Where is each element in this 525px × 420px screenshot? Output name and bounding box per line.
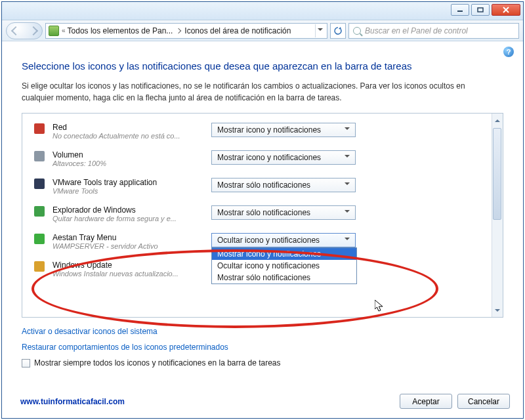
control-panel-icon bbox=[49, 26, 59, 36]
settings-row: Explorador de WindowsQuitar hardware de … bbox=[32, 205, 496, 222]
icon-settings-panel: RedNo conectado Actualmente no está co..… bbox=[22, 113, 503, 318]
app-subtitle: VMware Tools bbox=[52, 187, 210, 195]
nav-back-forward[interactable] bbox=[6, 22, 43, 39]
breadcrumb-current: Iconos del área de notificación bbox=[184, 26, 291, 35]
settings-row: Aestan Tray MenuWAMPSERVER - servidor Ac… bbox=[32, 233, 496, 250]
breadcrumb-dropdown[interactable] bbox=[315, 24, 324, 37]
link-restore-defaults[interactable]: Restaurar comportamientos de los iconos … bbox=[22, 343, 503, 352]
behavior-combobox[interactable]: Mostrar icono y notificaciones bbox=[211, 123, 356, 137]
settings-row: VMware Tools tray applicationVMware Tool… bbox=[32, 178, 496, 195]
address-bar: « Todos los elementos de Pan... Iconos d… bbox=[2, 20, 523, 41]
combobox-value: Mostrar icono y notificaciones bbox=[217, 153, 321, 162]
search-icon bbox=[353, 27, 361, 35]
combobox-value: Ocultar icono y notificaciones bbox=[217, 236, 320, 245]
app-title: Windows Update bbox=[52, 261, 211, 270]
show-all-checkbox-row: Mostrar siempre todos los iconos y notif… bbox=[22, 358, 503, 368]
close-button[interactable] bbox=[492, 4, 520, 16]
combobox-option[interactable]: Ocultar icono y notificaciones bbox=[212, 260, 356, 272]
show-all-checkbox[interactable] bbox=[22, 359, 30, 368]
combobox-option[interactable]: Mostrar sólo notificaciones bbox=[212, 272, 356, 284]
combobox-dropdown: Mostrar icono y notificacionesOcultar ic… bbox=[211, 247, 357, 284]
link-system-icons[interactable]: Activar o desactivar iconos del sistema bbox=[22, 327, 503, 336]
back-icon bbox=[10, 26, 20, 35]
app-subtitle: Windows Instalar nuevas actualizacio... bbox=[52, 270, 210, 278]
accept-button[interactable]: Aceptar bbox=[400, 394, 452, 409]
behavior-combobox[interactable]: Mostrar sólo notificaciones bbox=[211, 178, 356, 192]
behavior-combobox[interactable]: Mostrar sólo notificaciones bbox=[211, 205, 356, 220]
combobox-option[interactable]: Mostrar icono y notificaciones bbox=[212, 248, 356, 260]
scroll-down-button[interactable] bbox=[492, 306, 503, 317]
maximize-button[interactable] bbox=[471, 4, 490, 16]
app-title: Aestan Tray Menu bbox=[52, 233, 211, 242]
combobox-value: Mostrar sólo notificaciones bbox=[217, 208, 310, 217]
app-icon bbox=[34, 234, 45, 244]
forward-icon bbox=[28, 26, 37, 35]
minimize-button[interactable] bbox=[451, 4, 469, 16]
combobox-value: Mostrar icono y notificaciones bbox=[217, 125, 321, 135]
settings-row: RedNo conectado Actualmente no está co..… bbox=[32, 123, 496, 140]
window-frame: « Todos los elementos de Pan... Iconos d… bbox=[1, 1, 524, 419]
app-title: Red bbox=[52, 123, 211, 132]
app-title: Volumen bbox=[52, 150, 211, 159]
footer: www.tuinformaticafacil.com Aceptar Cance… bbox=[20, 394, 510, 409]
app-subtitle: No conectado Actualmente no está co... bbox=[52, 132, 210, 140]
titlebar bbox=[2, 2, 523, 20]
chevron-down-icon bbox=[342, 179, 352, 191]
help-icon[interactable]: ? bbox=[503, 47, 514, 57]
breadcrumb-root: Todos los elementos de Pan... bbox=[68, 26, 173, 35]
app-icon bbox=[34, 206, 45, 217]
breadcrumb[interactable]: « Todos los elementos de Pan... Iconos d… bbox=[45, 23, 327, 39]
app-subtitle: Altavoces: 100% bbox=[52, 159, 210, 167]
refresh-button[interactable] bbox=[330, 23, 346, 39]
behavior-combobox[interactable]: Mostrar icono y notificaciones bbox=[211, 150, 356, 165]
chevron-down-icon bbox=[342, 124, 352, 136]
show-all-checkbox-label: Mostrar siempre todos los iconos y notif… bbox=[34, 358, 281, 368]
scrollbar-track[interactable] bbox=[492, 114, 503, 317]
chevron-down-icon bbox=[342, 234, 352, 246]
cancel-button[interactable]: Cancelar bbox=[457, 394, 510, 409]
cursor-icon bbox=[375, 300, 385, 313]
app-subtitle: WAMPSERVER - servidor Activo bbox=[52, 242, 210, 250]
search-input[interactable]: Buscar en el Panel de control bbox=[348, 23, 519, 39]
content-area: ? Seleccione los iconos y las notificaci… bbox=[2, 41, 523, 418]
chevron-down-icon bbox=[342, 207, 352, 219]
app-icon bbox=[34, 178, 45, 189]
scroll-up-button[interactable] bbox=[492, 114, 503, 125]
chevron-right-icon bbox=[176, 28, 181, 33]
footer-url: www.tuinformaticafacil.com bbox=[20, 397, 125, 406]
svg-rect-1 bbox=[478, 8, 483, 12]
app-icon bbox=[34, 261, 45, 272]
settings-row: VolumenAltavoces: 100%Mostrar icono y no… bbox=[32, 150, 496, 167]
app-icon bbox=[34, 123, 45, 134]
app-title: VMware Tools tray application bbox=[52, 178, 211, 187]
app-icon bbox=[34, 151, 45, 161]
app-title: Explorador de Windows bbox=[52, 205, 211, 215]
combobox-value: Mostrar sólo notificaciones bbox=[217, 180, 310, 190]
scrollbar-thumb[interactable] bbox=[493, 128, 501, 220]
search-placeholder: Buscar en el Panel de control bbox=[365, 26, 468, 35]
chevron-down-icon bbox=[342, 152, 352, 163]
app-subtitle: Quitar hardware de forma segura y e... bbox=[52, 215, 210, 222]
behavior-combobox[interactable]: Ocultar icono y notificacionesMostrar ic… bbox=[211, 233, 356, 247]
page-title: Seleccione los iconos y las notificacion… bbox=[22, 60, 503, 73]
links-section: Activar o desactivar iconos del sistema … bbox=[22, 327, 503, 368]
page-description: Si elige ocultar los iconos y las notifi… bbox=[22, 81, 468, 104]
